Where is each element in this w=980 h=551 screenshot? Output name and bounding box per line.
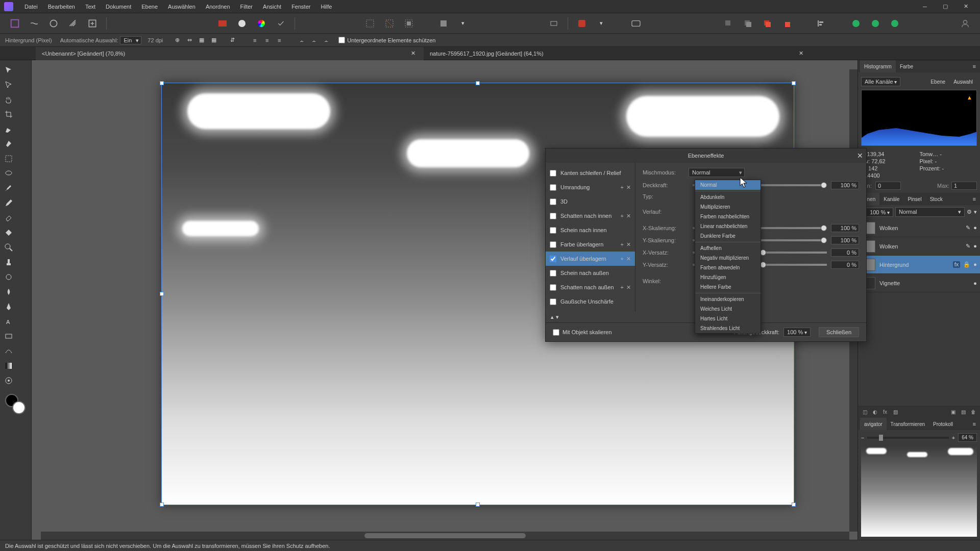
remove-icon[interactable]: ✕: [626, 241, 631, 248]
quickmask-icon[interactable]: [435, 15, 452, 32]
gear-icon[interactable]: ⚙: [967, 209, 972, 215]
menu-bearbeiten[interactable]: Bearbeiten: [43, 0, 80, 13]
collapse-up-icon[interactable]: ▴: [551, 314, 554, 320]
panel-menu-icon[interactable]: ≡: [971, 63, 978, 69]
fx-item-2[interactable]: 3D: [546, 194, 635, 209]
persona-liquify-icon[interactable]: [26, 15, 43, 32]
fx-checkbox[interactable]: [550, 241, 556, 248]
blend-option[interactable]: Ineinanderkopieren: [695, 294, 761, 304]
close-icon[interactable]: ✕: [797, 50, 805, 57]
sync1-icon[interactable]: [847, 15, 865, 32]
tab-pinsel[interactable]: Pinsel: [903, 193, 925, 205]
minimize-button[interactable]: ─: [915, 0, 935, 13]
lasso-tool[interactable]: [2, 166, 15, 180]
layers-menu-icon[interactable]: ▾: [974, 209, 977, 215]
arrange-front-icon[interactable]: [758, 15, 776, 32]
dropdown-icon[interactable]: ▾: [454, 15, 472, 32]
persona-photo-icon[interactable]: [6, 15, 23, 32]
max-input[interactable]: [951, 182, 977, 190]
collapse-down-icon[interactable]: ▾: [556, 314, 559, 320]
persona-tone-icon[interactable]: [64, 15, 82, 32]
fill-opacity-dropdown[interactable]: 100 % ▾: [783, 328, 811, 337]
close-icon[interactable]: ✕: [857, 152, 863, 160]
zoom-out-icon[interactable]: −: [861, 435, 864, 441]
valign-m-icon[interactable]: ⫠: [308, 35, 320, 46]
scale-with-object-checkbox[interactable]: Mit Objekt skalieren: [553, 329, 612, 336]
zoom-in-icon[interactable]: +: [952, 435, 955, 441]
autocolor-icon[interactable]: [272, 15, 289, 32]
group-icon[interactable]: ▣: [948, 407, 958, 416]
blend-option[interactable]: Farben nachbelichten: [695, 212, 761, 221]
blend-option[interactable]: Normal: [695, 180, 761, 190]
align-c-icon[interactable]: ≡: [261, 35, 273, 46]
account-icon[interactable]: [957, 15, 974, 32]
crop-tool[interactable]: [2, 107, 15, 121]
menu-datei[interactable]: Datei: [19, 0, 43, 13]
menu-text[interactable]: Text: [80, 0, 101, 13]
smudge-tool[interactable]: [2, 285, 15, 298]
swatch-white-icon[interactable]: [233, 15, 251, 32]
select-all-icon[interactable]: [361, 15, 379, 32]
flood-select-tool[interactable]: [2, 137, 15, 151]
blend-option[interactable]: Dunklere Farbe: [695, 231, 761, 241]
visibility-icon[interactable]: ●: [973, 261, 977, 268]
dialog-titlebar[interactable]: Ebeneneffekte ✕: [546, 148, 866, 163]
navigator-preview[interactable]: [861, 445, 977, 537]
marquee-tool[interactable]: [2, 152, 15, 165]
tab-transformieren[interactable]: Transformieren: [887, 418, 929, 430]
menu-ebene[interactable]: Ebene: [136, 0, 163, 13]
eyedropper-tool[interactable]: [2, 373, 15, 387]
panel-menu-icon[interactable]: ≡: [971, 421, 978, 427]
move-tool[interactable]: [2, 63, 15, 77]
blend-option[interactable]: Farben abwedeln: [695, 263, 761, 272]
fx-item-0[interactable]: Kanten schleifen / Relief: [546, 166, 635, 180]
eraser-tool[interactable]: [2, 211, 15, 224]
remove-icon[interactable]: ✕: [626, 256, 631, 262]
align-l-icon[interactable]: ≡: [249, 35, 260, 46]
fx-item-9[interactable]: Gaußsche Unschärfe: [546, 294, 635, 309]
deselect-icon[interactable]: [381, 15, 398, 32]
adjust-icon[interactable]: ◐: [870, 407, 879, 416]
remove-icon[interactable]: ✕: [626, 284, 631, 291]
fx-checkbox[interactable]: [550, 256, 556, 262]
close-icon[interactable]: ✕: [409, 50, 418, 57]
dodge-tool[interactable]: [2, 270, 15, 284]
flip-icon[interactable]: ⇵: [227, 35, 238, 46]
menu-anordnen[interactable]: Anordnen: [201, 0, 235, 13]
delete-layer-icon[interactable]: 🗑: [969, 407, 978, 416]
grid2-icon[interactable]: ▦: [208, 35, 219, 46]
valign-b-icon[interactable]: ⫠: [321, 35, 332, 46]
pen-tool[interactable]: [2, 299, 15, 313]
arrange-frontone-icon[interactable]: [778, 15, 795, 32]
assistant-icon[interactable]: [573, 15, 591, 32]
add-icon[interactable]: +: [621, 284, 624, 290]
yscale-input[interactable]: [831, 236, 859, 244]
layer-wolken-2[interactable]: Wolken ✎●: [858, 237, 980, 256]
lock-icon[interactable]: 🔒: [963, 261, 970, 268]
tab-unbenannt[interactable]: <Unbenannt> [Geändert] (70,8%)✕: [36, 47, 424, 60]
opacity-input[interactable]: [831, 181, 859, 189]
add-icon[interactable]: +: [621, 256, 624, 262]
horizontal-scrollbar[interactable]: [41, 532, 849, 540]
swatch-rainbow-icon[interactable]: [253, 15, 270, 32]
blend-option[interactable]: Hinzufügen: [695, 272, 761, 282]
brush-tool[interactable]: [2, 181, 15, 195]
transform-icon[interactable]: ⇔: [184, 35, 195, 46]
tab-protokoll[interactable]: Protokoll: [929, 418, 957, 430]
align-icon[interactable]: [813, 15, 830, 32]
color-swatch[interactable]: [5, 394, 26, 414]
blend-option[interactable]: Linear nachbelichten: [695, 221, 761, 231]
fx-checkbox[interactable]: [550, 227, 556, 234]
layer-hintergrund[interactable]: Hintergrund fx🔒●: [858, 256, 980, 274]
persona-develop-icon[interactable]: [45, 15, 62, 32]
histo-auswahl[interactable]: Auswahl: [949, 76, 977, 88]
layer-blend-dropdown[interactable]: Normal ▾: [895, 207, 965, 217]
text-tool[interactable]: A: [2, 314, 15, 328]
xscale-input[interactable]: [831, 224, 859, 232]
fx-item-5[interactable]: Farbe überlagern+✕: [546, 237, 635, 252]
blend-option[interactable]: Abdunkeln: [695, 192, 761, 202]
maximize-button[interactable]: ▢: [935, 0, 955, 13]
menu-hilfe[interactable]: Hilfe: [315, 0, 337, 13]
fx-checkbox[interactable]: [550, 213, 556, 219]
swatch-red-icon[interactable]: [214, 15, 231, 32]
